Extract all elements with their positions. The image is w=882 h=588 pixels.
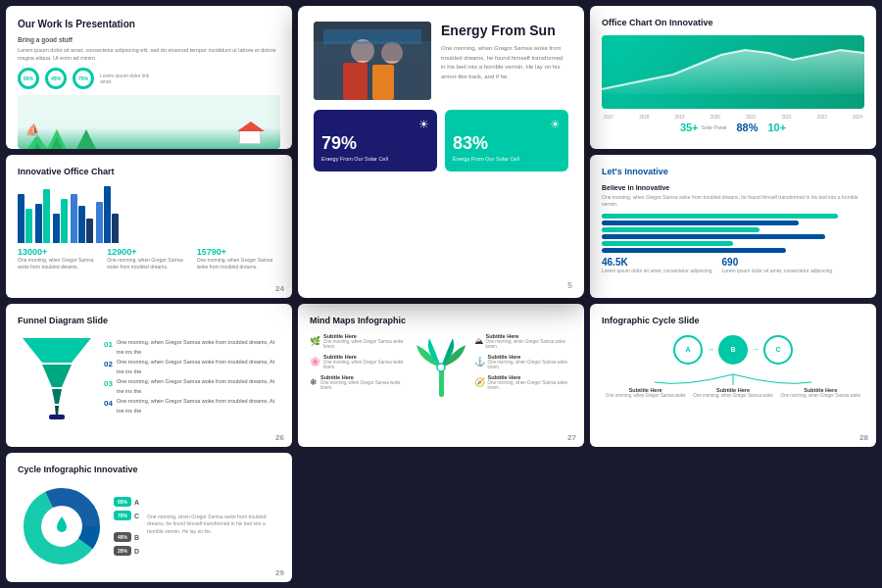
label-a: A <box>134 499 139 506</box>
x-label-3: 2019 <box>675 115 685 120</box>
stat-box-1: 13000+ One morning, when Gregor Samsa wo… <box>18 247 101 270</box>
progress-item-1: 60% <box>18 68 39 89</box>
x-label-7: 2023 <box>817 115 827 120</box>
slide-2-title: Office Chart On Innovative <box>602 18 864 29</box>
slide-4-bottom-stats: 46.5K Lorem ipsum dolor sit amet, consec… <box>602 257 864 273</box>
stat-46k: 46.5K Lorem ipsum dolor sit amet, consec… <box>602 257 712 273</box>
stat-690: 690 Lorem ipsum dolor sit amet, consecte… <box>722 257 833 273</box>
x-label-4: 2020 <box>710 115 720 120</box>
funnel-label-01: 01 One morning, when Gregor Samsa woke f… <box>104 338 280 358</box>
bar-3a <box>53 214 60 243</box>
h-bar-2 <box>602 220 799 225</box>
label-sub-1: One morning, when Gregor Samsa woke lore… <box>323 339 409 349</box>
label-sub-3: One morning, when Gregor Samsa woke lore… <box>320 380 409 390</box>
cycle-node-c: C <box>763 335 793 365</box>
stat-big-1: 13000+ <box>18 247 101 257</box>
label-item-6: 🧭 Subtitle Here One morning, when Gregor… <box>474 374 573 390</box>
bar-group-1 <box>18 194 32 243</box>
pinwheel-svg <box>415 333 468 402</box>
slide-4-title: Let's Innovative <box>602 167 864 178</box>
funnel-svg <box>18 333 96 421</box>
stat-desc-1: One morning, when Gregor Samsa woke from… <box>18 257 101 270</box>
progress-item-3: 70% <box>73 68 94 89</box>
cycle-area: A → B → C <box>602 335 864 365</box>
photo-svg <box>314 22 431 100</box>
slide-lets-innovative: Let's Innovative Believe in Innovative O… <box>590 155 876 298</box>
svg-rect-7 <box>323 29 421 44</box>
funnel-label-02: 02 One morning, when Gregor Samsa woke f… <box>104 358 280 377</box>
slide-1-progress-row: 60% 45% 70% Lorem ipsum dolor link amet. <box>18 68 280 89</box>
energy-label-1: Energy From Our Solar Cell <box>321 156 388 164</box>
stat-desc-2: One morning, when Gregor Samsa woke from… <box>107 257 190 270</box>
slide-5-number: 5 <box>567 280 572 290</box>
donut-body-text: One morning, when Gregor Samsa woke from… <box>147 514 280 540</box>
stat-desc-3: One morning, when Gregor Samsa woke from… <box>197 257 280 270</box>
cycle-label-2: Subtitle Here One morning, when Gregor S… <box>693 387 773 398</box>
donut-label-a: 68% A <box>114 497 139 507</box>
bar-1a <box>18 194 24 243</box>
x-label-1: 2017 <box>604 115 613 120</box>
stat-3-num: 10+ <box>767 122 786 133</box>
slide-5-title: Energy From Sun <box>441 22 568 39</box>
h-bar-3 <box>602 227 760 232</box>
snowflake-icon: ❄ <box>310 377 318 387</box>
label-item-5: ⚓ Subtitle Here One morning, when Gregor… <box>474 354 573 369</box>
label-item-4: ⛰ Subtitle Here One morning, when Gregor… <box>474 333 573 349</box>
big-num-2: 690 <box>722 257 833 268</box>
slide-8-title: Infographic Cycle Slide <box>602 316 864 327</box>
bars-container <box>18 184 280 243</box>
bar-2b <box>43 189 50 243</box>
compass-icon: 🧭 <box>474 377 485 387</box>
slide-1-scene: ⛵ <box>18 95 280 149</box>
house <box>239 128 261 144</box>
fn-desc-04: One morning, when Gregor Samsa woke from… <box>117 397 280 416</box>
slide-1-body: Lorem ipsum dolor sit amet, consectetur … <box>18 47 280 62</box>
energy-pct-1: 79% <box>321 133 357 154</box>
circle-progress-1: 60% <box>18 68 39 89</box>
circle-progress-3: 70% <box>73 68 94 89</box>
cycle-arrow-2: → <box>752 345 760 354</box>
fn-04: 04 <box>104 397 113 411</box>
cycle-node-a: A <box>673 335 703 365</box>
x-label-2: 2018 <box>639 115 649 120</box>
donut-area: 68% A 78% C 48% B 28% D One morning, whe… <box>18 482 280 570</box>
h-bar-row-3 <box>602 227 864 232</box>
stat-big-2: 12900+ <box>107 247 190 257</box>
slide-6-number: 26 <box>275 433 284 442</box>
pct-b: 48% <box>114 532 131 542</box>
label-sub-5: One morning, when Gregor Samsa woke lore… <box>488 360 573 369</box>
funnel-labels: 01 One morning, when Gregor Samsa woke f… <box>104 338 280 416</box>
h-bar-row-5 <box>602 241 864 246</box>
bar-3b <box>61 199 68 243</box>
svg-marker-9 <box>42 365 72 387</box>
cycle-links <box>602 372 864 387</box>
slide-9-title: Cycle Infographic Innovative <box>18 465 280 476</box>
cycle-arrow-1: → <box>707 345 714 354</box>
stat-desc-4-2: Lorem ipsum dolor sit amet, consectetur … <box>722 268 833 273</box>
bar-5b <box>104 186 111 243</box>
label-d: D <box>134 548 139 555</box>
leaf-icon-2: 🌸 <box>310 357 320 367</box>
energy-text-area: Energy From Sun One morning, when Gregor… <box>441 22 568 100</box>
tree-1 <box>47 129 67 149</box>
bar-1b <box>25 209 32 243</box>
bar-group-5 <box>96 186 119 243</box>
bar-group-3 <box>53 199 68 243</box>
slide-3-title: Innovative Office Chart <box>18 167 280 178</box>
svg-marker-10 <box>52 389 62 404</box>
energy-card-2: ☀ 83% Energy From Our Solar Cell <box>445 110 568 172</box>
bar-5a <box>96 202 103 243</box>
slide-6-title: Funnel Diagram Slide <box>18 316 280 327</box>
fn-01: 01 <box>104 338 113 352</box>
bar-5c <box>112 214 119 243</box>
bar-4b <box>78 206 85 243</box>
cycle-node-b: B <box>718 335 748 365</box>
cycle-sub-2: One morning, when Gregor Samsa woke <box>693 393 773 398</box>
progress-item-2: 45% <box>45 68 67 89</box>
h-bar-5 <box>602 241 733 246</box>
stat-item-1: 35+ Solar Panel <box>680 122 727 133</box>
svg-rect-4 <box>343 63 368 100</box>
stat-1-label: Solar Panel <box>702 124 727 130</box>
x-label-8: 2024 <box>853 115 862 120</box>
energy-pct-2: 83% <box>453 133 488 154</box>
